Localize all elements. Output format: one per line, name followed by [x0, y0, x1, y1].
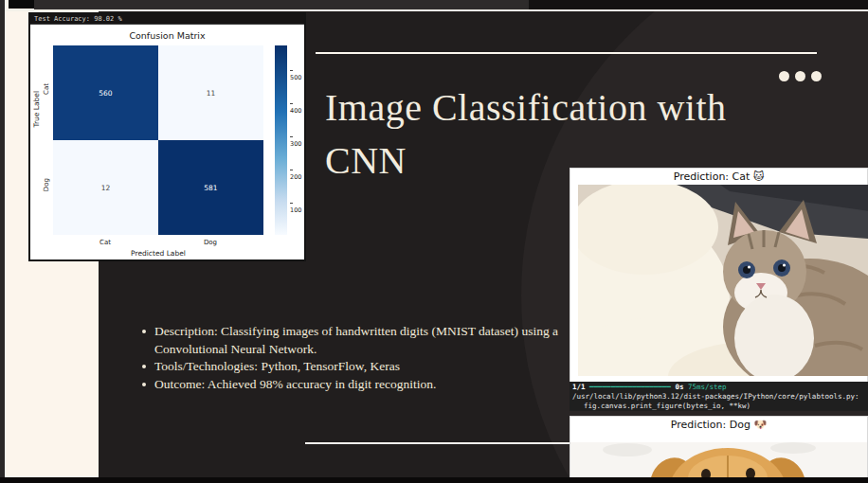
colorbar-tick: 500	[290, 66, 304, 81]
confusion-matrix-panel: Test Accuracy: 98.02 % Confusion Matrix …	[28, 12, 306, 261]
screenshot-stage: Image Classification with CNN Descriptio…	[0, 0, 868, 483]
warning-path-line: /usr/local/lib/python3.12/dist-packages/…	[572, 392, 866, 402]
dog-prediction-panel: Prediction: Dog 🐶	[570, 416, 868, 478]
x-tick-label: Cat	[86, 239, 124, 246]
cat-prediction-panel: Prediction: Cat 🐱	[570, 168, 868, 410]
heatmap-cell: 560	[53, 45, 158, 140]
y-axis-label: True Label	[32, 91, 41, 128]
x-axis-label: Predicted Label	[53, 249, 263, 258]
test-accuracy-bar: Test Accuracy: 98.02 %	[30, 14, 304, 25]
bullet-text: Description: Classifying images of handw…	[154, 323, 583, 358]
cat-photo-illustration	[578, 185, 868, 376]
top-black-rect	[9, 0, 34, 9]
dot-icon	[779, 71, 789, 81]
warning-code-line: fig.canvas.print_figure(bytes_io, **kw)	[572, 402, 866, 411]
chart-title: Confusion Matrix	[30, 30, 304, 41]
heatmap-grid: 560 11 12 581	[53, 45, 263, 235]
dot-icon	[811, 71, 822, 81]
progress-bar: ━━━━━━━━━━━━━━━━━━━	[589, 383, 671, 391]
progress-count: 1/1	[572, 383, 586, 391]
bullet-text: Outcome: Achieved 98% accuracy in digit …	[154, 376, 436, 394]
list-item: Tools/Technologies: Python, TensorFlow, …	[142, 358, 583, 376]
progress-line: 1/1 ━━━━━━━━━━━━━━━━━━━ 0s 75ms/step	[572, 383, 866, 392]
confusion-matrix-plot: Confusion Matrix 560 11 12 581 True Labe…	[30, 25, 304, 259]
x-tick-label: Dog	[191, 239, 229, 246]
progress-time: 0s	[675, 383, 683, 391]
bottom-black-bar	[0, 477, 868, 483]
bottom-rule	[305, 442, 573, 444]
colorbar-tick: 400	[290, 99, 304, 115]
progress-step: 75ms/step	[688, 383, 727, 391]
cat-photo	[578, 185, 868, 376]
list-item: Description: Classifying images of handw…	[142, 323, 583, 358]
dog-photo	[570, 442, 867, 477]
colorbar-tick: 300	[290, 133, 304, 148]
dog-prediction-title: Prediction: Dog 🐶	[570, 417, 867, 431]
top-band-dark	[529, 0, 868, 9]
bullet-icon	[142, 383, 146, 386]
notebook-output-terminal: 1/1 ━━━━━━━━━━━━━━━━━━━ 0s 75ms/step /us…	[570, 382, 868, 411]
bullet-text: Tools/Technologies: Python, TensorFlow, …	[154, 358, 400, 376]
heatmap-cell: 581	[158, 140, 263, 235]
dog-photo-illustration	[570, 442, 867, 477]
y-tick-label: Cat	[43, 83, 50, 95]
cat-prediction-title: Prediction: Cat 🐱	[570, 169, 867, 183]
heatmap-cell: 11	[158, 45, 263, 140]
colorbar	[275, 45, 287, 235]
title-top-rule	[316, 52, 817, 54]
y-tick-label: Dog	[43, 178, 50, 191]
list-item: Outcome: Achieved 98% accuracy in digit …	[142, 376, 583, 394]
colorbar-tick: 200	[290, 166, 304, 181]
bullet-icon	[142, 365, 146, 368]
bullet-icon	[142, 330, 146, 333]
dot-icon	[795, 71, 805, 81]
ellipsis-dots	[779, 71, 822, 81]
bullet-list: Description: Classifying images of handw…	[142, 323, 583, 394]
heatmap-cell: 12	[53, 140, 158, 235]
colorbar-tick: 100	[290, 199, 304, 214]
